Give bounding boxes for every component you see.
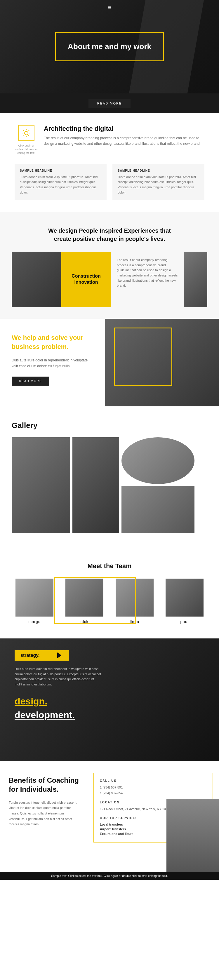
architect-icon[interactable] (18, 125, 35, 141)
architect-title: Architecting the digital (44, 125, 205, 132)
design-inspired-heading: We design People Inspired Experiences th… (12, 226, 207, 243)
gallery-item-1[interactable] (12, 437, 70, 533)
gallery-title: Gallery (12, 421, 207, 430)
team-name-paul: paul (181, 619, 189, 624)
strategy-section: strategy. Duis aute irure dolor in repre… (0, 638, 219, 761)
svg-line-7 (28, 130, 29, 131)
click-hint: Click again or double click to start edi… (14, 144, 38, 155)
benefits-section: Benefits of Coaching for Individuals. Tu… (0, 761, 219, 872)
sample-headline-2-text: Justo donec enim diam vulputate ut phare… (118, 175, 199, 195)
hero-read-more-button[interactable]: READ MORE (89, 99, 131, 108)
construction-row: Construction innovation The result of ou… (12, 251, 207, 307)
business-right (105, 319, 219, 406)
team-member-margo: margo (12, 579, 57, 624)
svg-line-5 (23, 130, 24, 131)
construction-description: The result of our company branding proce… (117, 258, 178, 288)
strategy-description: Duis aute irure dolor in reprehenderit i… (14, 667, 102, 687)
sample-headline-2-title: SAMPLE HEADLINE (118, 169, 199, 172)
gallery-item-3[interactable] (72, 437, 119, 533)
benefits-right-image (167, 799, 219, 872)
design-inspired-section: We design People Inspired Experiences th… (0, 212, 219, 319)
team-name-margo: margo (28, 619, 41, 624)
hero-title-box: About me and my work (55, 32, 164, 61)
team-photo-nick (65, 579, 103, 617)
svg-point-0 (25, 131, 28, 135)
team-member-paul: paul (162, 579, 207, 624)
business-right-box (114, 328, 172, 386)
architect-content: Architecting the digital The result of o… (44, 125, 205, 146)
strategy-tag[interactable]: strategy. (14, 650, 69, 661)
team-member-linda: linda (112, 579, 157, 624)
construction-image-left-inner (12, 251, 61, 307)
strategy-label: strategy. (21, 653, 40, 658)
business-description: Duis aute irure dolor in reprehenderit i… (12, 357, 94, 369)
phone-numbers: 1 (234) 567-891 1 (234) 987-654 (100, 785, 207, 796)
hero-section: About me and my work (0, 0, 219, 94)
sample-headlines-row: SAMPLE HEADLINE Justo donec enim diam vu… (14, 164, 205, 200)
gallery-item-2[interactable] (121, 437, 194, 484)
team-title: Meet the Team (12, 562, 207, 570)
svg-line-8 (23, 135, 24, 136)
team-photo-margo (16, 579, 54, 617)
gallery-item-4[interactable] (121, 486, 194, 533)
architect-section: Click again or double click to start edi… (0, 113, 219, 212)
menu-icon[interactable]: ≡ (108, 5, 111, 11)
team-name-nick: nick (81, 619, 89, 624)
team-name-linda: linda (130, 619, 139, 624)
development-label: development. (14, 710, 205, 721)
construction-text: The result of our company branding proce… (111, 251, 184, 307)
hero-button-wrap: READ MORE (0, 94, 219, 113)
team-member-nick: nick (62, 579, 107, 624)
construction-title: Construction innovation (67, 273, 105, 285)
team-section: Meet the Team margo nick linda paul (0, 548, 219, 638)
benefits-description: Turpin egestas integer elit aliquet nibh… (9, 800, 79, 827)
construction-image-left (12, 251, 61, 307)
sample-headline-1-title: SAMPLE HEADLINE (20, 169, 101, 172)
design-label: design. (14, 696, 205, 707)
play-icon (57, 652, 63, 658)
call-us-label: CALL US (100, 779, 207, 783)
business-section: We help and solve your business problem.… (0, 319, 219, 406)
team-photo-paul (165, 579, 203, 617)
business-read-more-button[interactable]: READ MORE (12, 377, 49, 386)
gallery-section: Gallery (0, 406, 219, 548)
sample-headline-1: SAMPLE HEADLINE Justo donec enim diam vu… (14, 164, 106, 200)
sample-headline-1-text: Justo donec enim diam vulputate ut phare… (20, 175, 101, 195)
architect-icon-wrap: Click again or double click to start edi… (14, 125, 38, 155)
business-title: We help and solve your business problem. (12, 333, 94, 352)
hero-title: About me and my work (68, 42, 151, 52)
team-photo-linda (116, 579, 154, 617)
construction-box: Construction innovation (61, 251, 111, 307)
sun-icon (22, 129, 31, 137)
team-grid: margo nick linda paul (12, 579, 207, 624)
sample-headline-2: SAMPLE HEADLINE Justo donec enim diam vu… (113, 164, 205, 200)
contact-call-section: CALL US 1 (234) 567-891 1 (234) 987-654 (100, 779, 207, 796)
construction-image-right (184, 251, 207, 307)
footer-sample-text: Sample text. Click to select the text bo… (0, 872, 219, 880)
strategy-content: strategy. Duis aute irure dolor in repre… (0, 638, 219, 732)
gallery-grid (12, 437, 207, 533)
benefits-right-wrap: CALL US 1 (234) 567-891 1 (234) 987-654 … (87, 761, 219, 872)
business-left: We help and solve your business problem.… (0, 319, 105, 406)
svg-line-6 (28, 135, 29, 136)
business-highlight: problem. (41, 343, 68, 350)
architect-top-row: Click again or double click to start edi… (14, 125, 205, 155)
benefits-title: Benefits of Coaching for Individuals. (9, 776, 79, 794)
benefits-left: Benefits of Coaching for Individuals. Tu… (0, 761, 87, 872)
architect-description: The result of our company branding proce… (44, 135, 205, 146)
